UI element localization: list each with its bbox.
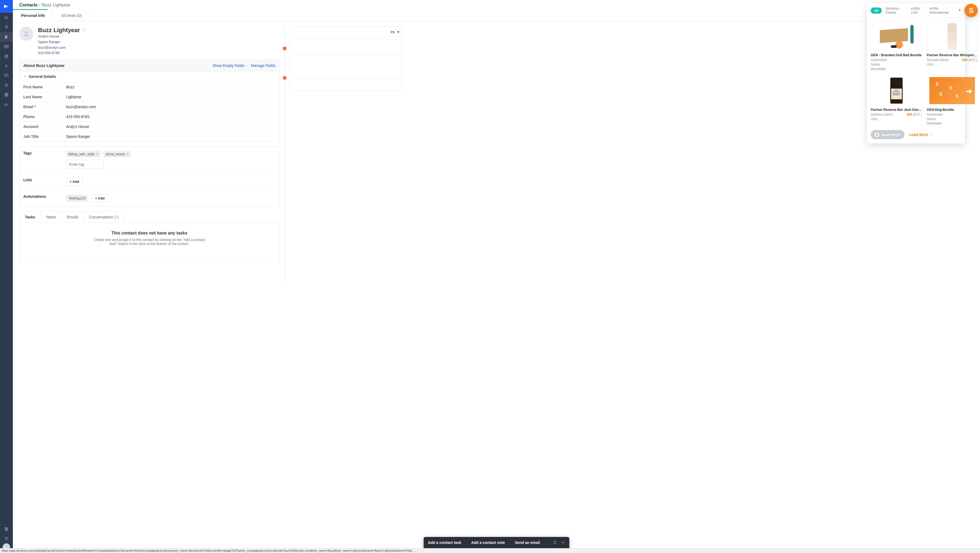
browser-status-url: https://app.sendoso.com/v2/plugin/sends?… [0,548,980,553]
sendoso-cards: GEN - Branded Golf Ball Bundle Inventori… [871,21,961,126]
contact-email-link[interactable]: buzz@andys.com [38,46,66,49]
product-est: (EST.) [913,113,922,116]
rail-search[interactable] [0,13,13,22]
tab-notes[interactable]: Notes [41,212,62,222]
dock-bar: Add a contact task Add a contact note Se… [423,537,569,548]
sendoso-tab-egifts-intl[interactable]: eGifts International [929,6,954,14]
misc-card: Tags falling_with_style × pizza_boxes × [19,146,280,207]
label-email: Email [23,105,33,109]
show-empty-fields[interactable]: Show Empty Fields [213,64,245,68]
conversations-count: (0) [115,215,119,219]
section-general-details: General Details [29,75,56,79]
right-box[interactable] [290,55,402,76]
sendoso-tab-all[interactable]: All [871,8,882,14]
dock-send-email[interactable]: Send an email [515,540,540,545]
product-price: $50 [962,58,967,62]
row-account[interactable]: Account Andy's House [19,122,279,132]
product-sub: Worldwide [927,121,977,126]
row-email[interactable]: Email* buzz@andys.com [19,102,279,112]
load-more-button[interactable]: Load More [909,132,933,137]
content-scroll[interactable]: Buzz Lightyear Andy's House Space Ranger [13,21,980,553]
tag-text: falling_with_style [68,152,94,156]
breadcrumb-current: Buzz Lightyear [42,3,70,8]
tags-label: Tags [23,151,58,155]
content-grid: Buzz Lightyear Andy's House Space Ranger [13,21,980,283]
link-divider: | [247,64,248,68]
dock-add-note[interactable]: Add a contact note [471,540,505,545]
tag-pizza-boxes[interactable]: pizza_boxes × [103,151,131,157]
label-job-title: Job Title [23,134,66,139]
right-select-text: es [391,30,395,34]
breadcrumb-root[interactable]: Contacts [19,3,38,8]
sendoso-fab[interactable]: S [964,4,978,17]
row-job-title[interactable]: Job Title Space Ranger [19,132,279,141]
row-last-name[interactable]: Last Name Lightyear [19,92,279,102]
chevron-down-icon [23,75,27,79]
rail-contacts[interactable] [0,32,13,42]
tab-conversations-label: Conversations [89,215,113,219]
rail-chat[interactable] [0,71,13,80]
tab-conversations[interactable]: Conversations (0) [84,212,124,222]
svg-point-3 [7,36,8,37]
value-job-title: Space Ranger [66,134,275,139]
product-est: (EST.) [969,58,977,62]
rail-settings[interactable] [0,534,13,543]
contact-name: Buzz Lightyear [38,27,80,34]
rail-globe[interactable] [0,90,13,100]
tag-remove-icon[interactable]: × [96,152,98,156]
contact-account[interactable]: Andy's House [38,34,59,39]
right-box[interactable] [290,40,402,52]
lists-add-button[interactable]: + Add [66,178,83,186]
manage-fields[interactable]: Manage Fields [251,64,275,68]
chevron-down-icon [930,133,933,136]
rail-list[interactable] [0,80,13,90]
dock-expand-icon[interactable] [553,540,557,545]
right-box[interactable] [290,79,402,91]
value-first-name: Buzz [66,85,275,89]
tab-emails[interactable]: Emails [62,212,84,222]
load-more-label: Load More [909,132,928,137]
product-card[interactable]: JACK DANIEL'STennesseeWHISKEY Partner Re… [871,76,922,126]
automations-add-button[interactable]: + Add [92,194,108,202]
dock-collapse-icon[interactable] [561,540,565,545]
brand-logo[interactable] [0,0,13,13]
automations-label: Automations [23,194,58,199]
tag-falling-with-style[interactable]: falling_with_style × [66,151,100,157]
right-select[interactable]: es ▾ [290,27,402,37]
rail-idea[interactable] [0,22,13,32]
sendoso-tab-choice[interactable]: Sendoso Choice [886,6,907,14]
row-phone[interactable]: Phone 415-555-8765 [19,112,279,122]
need-help-button[interactable]: S Need Help? [871,130,905,139]
product-card[interactable]: GEN - Branded Golf Ball Bundle Inventori… [871,21,922,72]
rail-target[interactable] [0,51,13,61]
gear-icon[interactable] [83,28,86,33]
product-title: Partner Reserve Bar Jack Dan… [871,108,922,111]
dock-add-task[interactable]: Add a contact task [428,540,461,545]
product-image: S S S S ➜ [927,76,977,106]
automation-testing123[interactable]: Testing123 [66,195,88,202]
rail-mail[interactable] [0,42,13,51]
contact-avatar[interactable] [19,27,33,41]
tag-remove-icon[interactable]: × [127,152,129,156]
label-first-name: First Name [23,85,66,89]
sendoso-tabs-more-icon[interactable] [958,9,961,13]
tab-all-deals[interactable]: All Deals (0) [53,10,90,21]
timeline-marker[interactable] [282,46,288,51]
product-card[interactable]: S S S S ➜ GEN-Dog-Bundle Inventoried Sen… [927,76,977,126]
product-card[interactable]: Partner Reserve Bar Whisperi… Sendoso Di… [927,21,977,72]
main-tabs: Personal Info All Deals (0) [13,10,980,21]
svg-point-0 [5,16,7,19]
product-sub: Sends [871,62,922,67]
general-details-toggle[interactable]: General Details [19,71,279,82]
rail-money[interactable]: $ [0,61,13,71]
sendoso-tab-egifts-usa[interactable]: eGifts USA [911,6,926,14]
product-title: GEN - Branded Golf Ball Bundle [871,53,922,57]
rail-copy[interactable] [0,524,13,534]
timeline-marker[interactable] [282,75,288,81]
tab-personal-info[interactable]: Personal Info [13,10,53,21]
contact-phone: 415-555-8765 [38,50,86,56]
row-first-name[interactable]: First Name Buzz [19,82,279,92]
tag-input[interactable] [66,160,103,169]
rail-reports[interactable] [0,100,13,109]
tab-tasks[interactable]: Tasks [19,212,41,222]
